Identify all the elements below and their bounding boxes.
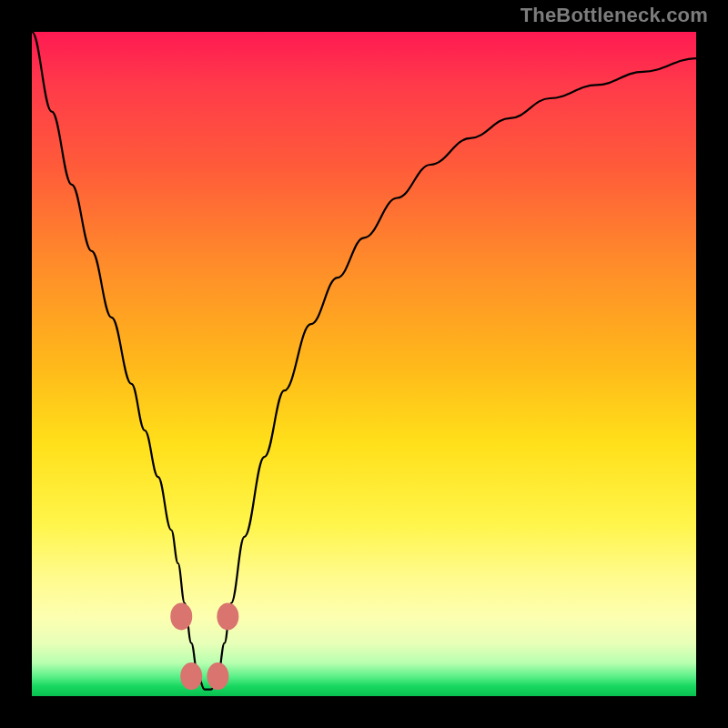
watermark: TheBottleneck.com	[521, 4, 708, 27]
bottleneck-curve	[32, 32, 696, 690]
chart-area	[32, 32, 696, 696]
curve-marker-0	[170, 602, 192, 630]
curve-marker-3	[207, 662, 228, 690]
curve-marker-1	[217, 602, 238, 630]
curve-marker-2	[180, 662, 202, 690]
chart-svg	[32, 32, 696, 696]
